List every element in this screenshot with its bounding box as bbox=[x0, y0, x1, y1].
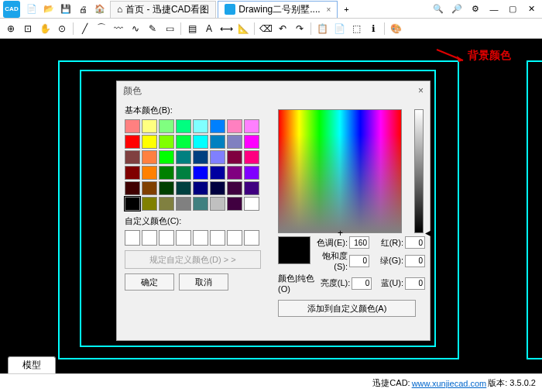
luminance-slider[interactable] bbox=[414, 109, 424, 233]
close-icon[interactable]: × bbox=[327, 5, 331, 14]
text-icon[interactable]: A bbox=[201, 21, 217, 36]
swatch[interactable] bbox=[227, 119, 242, 133]
swatch[interactable] bbox=[227, 181, 242, 195]
zoom-window-icon[interactable]: ⊕ bbox=[3, 21, 19, 36]
swatch[interactable] bbox=[210, 197, 225, 211]
swatch[interactable] bbox=[176, 119, 191, 133]
swatch[interactable] bbox=[244, 197, 259, 211]
swatch[interactable] bbox=[125, 166, 140, 180]
ok-button[interactable]: 确定 bbox=[125, 273, 174, 291]
save-icon[interactable]: 💾 bbox=[59, 2, 73, 16]
color-gradient[interactable]: + bbox=[278, 109, 402, 233]
close-window-icon[interactable]: ✕ bbox=[525, 3, 537, 15]
gradient-cursor[interactable]: + bbox=[338, 228, 345, 236]
swatch[interactable] bbox=[125, 181, 140, 195]
zoom-extent-icon[interactable]: ⊡ bbox=[20, 21, 36, 36]
swatch[interactable] bbox=[142, 150, 157, 164]
swatch[interactable] bbox=[193, 181, 208, 195]
swatch[interactable] bbox=[210, 135, 225, 149]
red-input[interactable] bbox=[405, 236, 425, 249]
add-tab-icon[interactable]: + bbox=[339, 2, 353, 16]
luminance-arrow-icon[interactable]: ◀ bbox=[425, 229, 431, 237]
swatch[interactable] bbox=[159, 181, 174, 195]
measure-icon[interactable]: 📐 bbox=[235, 21, 251, 36]
swatch[interactable] bbox=[142, 135, 157, 149]
open-icon[interactable]: 📂 bbox=[42, 2, 56, 16]
swatch[interactable] bbox=[142, 119, 157, 133]
maximize-icon[interactable]: ▢ bbox=[506, 3, 519, 15]
block-icon[interactable]: ⬚ bbox=[348, 21, 364, 36]
swatch[interactable] bbox=[210, 181, 225, 195]
swatch[interactable] bbox=[176, 150, 191, 164]
minimize-icon[interactable]: — bbox=[488, 3, 500, 15]
swatch[interactable] bbox=[244, 119, 259, 133]
swatch[interactable] bbox=[176, 135, 191, 149]
zoom-out-icon[interactable]: 🔎 bbox=[451, 3, 463, 15]
spline-icon[interactable]: ∿ bbox=[128, 21, 143, 36]
swatch[interactable] bbox=[142, 166, 157, 180]
swatch[interactable] bbox=[125, 197, 140, 211]
swatch[interactable] bbox=[142, 181, 157, 195]
edit-icon[interactable]: ✎ bbox=[145, 21, 160, 36]
swatch[interactable] bbox=[159, 135, 174, 149]
pan-icon[interactable]: ✋ bbox=[37, 21, 53, 36]
dialog-close-icon[interactable]: × bbox=[418, 85, 424, 96]
swatch[interactable] bbox=[244, 135, 259, 149]
swatch[interactable] bbox=[193, 150, 208, 164]
swatch[interactable] bbox=[142, 197, 157, 211]
arc-icon[interactable]: ⌒ bbox=[94, 21, 109, 36]
hue-input[interactable] bbox=[349, 236, 369, 249]
swatch[interactable] bbox=[125, 135, 140, 149]
new-icon[interactable]: 📄 bbox=[25, 2, 39, 16]
swatch[interactable] bbox=[227, 135, 242, 149]
print-icon[interactable]: 🖨 bbox=[76, 2, 90, 16]
swatch[interactable] bbox=[176, 166, 191, 180]
rect-icon[interactable]: ▭ bbox=[162, 21, 177, 36]
swatch[interactable] bbox=[244, 181, 259, 195]
cancel-button[interactable]: 取消 bbox=[179, 273, 228, 291]
swatch[interactable] bbox=[210, 166, 225, 180]
home-icon[interactable]: 🏠 bbox=[93, 2, 107, 16]
polyline-icon[interactable]: 〰 bbox=[111, 21, 126, 36]
zoom-all-icon[interactable]: ⊙ bbox=[54, 21, 70, 36]
copy-icon[interactable]: 📋 bbox=[314, 21, 330, 36]
swatch[interactable] bbox=[193, 135, 208, 149]
dim-icon[interactable]: ⟷ bbox=[218, 21, 234, 36]
color-icon[interactable]: 🎨 bbox=[388, 21, 403, 36]
swatch[interactable] bbox=[244, 166, 259, 180]
add-custom-button[interactable]: 添加到自定义颜色(A) bbox=[278, 300, 416, 317]
swatch[interactable] bbox=[159, 150, 174, 164]
swatch[interactable] bbox=[125, 119, 140, 133]
swatch[interactable] bbox=[159, 166, 174, 180]
swatch[interactable] bbox=[193, 119, 208, 133]
settings-icon[interactable]: ⚙ bbox=[469, 3, 482, 15]
swatch[interactable] bbox=[210, 150, 225, 164]
swatch[interactable] bbox=[227, 197, 242, 211]
line-icon[interactable]: ╱ bbox=[77, 21, 92, 36]
props-icon[interactable]: ℹ bbox=[365, 21, 381, 36]
redo-icon[interactable]: ↷ bbox=[292, 21, 307, 36]
swatch[interactable] bbox=[210, 119, 225, 133]
swatch[interactable] bbox=[227, 166, 242, 180]
green-input[interactable] bbox=[405, 255, 425, 267]
swatch[interactable] bbox=[176, 197, 191, 211]
erase-icon[interactable]: ⌫ bbox=[258, 21, 273, 36]
zoom-in-icon[interactable]: 🔍 bbox=[432, 3, 444, 15]
sat-input[interactable] bbox=[349, 255, 369, 267]
tab-home[interactable]: ⌂ 首页 - 迅捷CAD看图 bbox=[110, 1, 216, 18]
swatch[interactable] bbox=[244, 150, 259, 164]
paste-icon[interactable]: 📄 bbox=[331, 21, 347, 36]
lum-input[interactable] bbox=[352, 277, 372, 290]
blue-input[interactable] bbox=[405, 277, 425, 290]
tab-drawing[interactable]: Drawing二号别墅.... × bbox=[218, 1, 338, 18]
swatch[interactable] bbox=[159, 197, 174, 211]
swatch[interactable] bbox=[193, 166, 208, 180]
swatch[interactable] bbox=[176, 181, 191, 195]
model-tab[interactable]: 模型 bbox=[8, 356, 56, 373]
swatch[interactable] bbox=[193, 197, 208, 211]
layer-icon[interactable]: ▤ bbox=[184, 21, 200, 36]
status-link[interactable]: www.xunjiecad.com bbox=[412, 379, 487, 388]
swatch[interactable] bbox=[159, 119, 174, 133]
swatch[interactable] bbox=[227, 150, 242, 164]
swatch[interactable] bbox=[125, 150, 140, 164]
